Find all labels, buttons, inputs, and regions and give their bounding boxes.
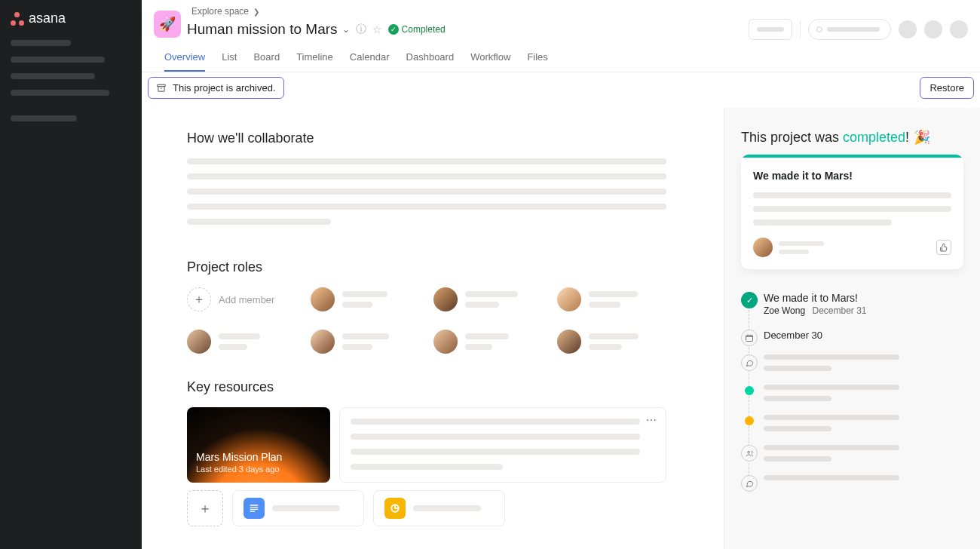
timeline-item-title: We made it to Mars! <box>764 292 963 304</box>
timeline-item[interactable] <box>764 475 963 480</box>
like-button[interactable] <box>936 240 951 255</box>
doc-icon <box>243 498 265 519</box>
timeline-item[interactable] <box>764 445 963 462</box>
status-label: Completed <box>402 24 446 35</box>
status-dot-icon <box>745 416 754 425</box>
search-pill[interactable] <box>808 19 891 40</box>
archive-message: This project is archived. <box>148 77 284 99</box>
more-icon[interactable]: ⋯ <box>646 414 658 426</box>
people-icon <box>741 445 758 462</box>
member-avatar[interactable] <box>950 20 968 38</box>
avatar <box>311 330 335 354</box>
project-role[interactable] <box>311 330 421 354</box>
archive-banner: This project is archived. Restore <box>142 72 980 108</box>
author-avatar[interactable] <box>753 238 773 257</box>
party-popper-icon: 🎉 <box>914 129 930 146</box>
add-member[interactable]: ＋ Add member <box>187 287 297 311</box>
collaborate-body[interactable] <box>187 158 666 225</box>
sidebar-item[interactable] <box>11 73 95 79</box>
project-icon[interactable]: 🚀 <box>154 11 181 38</box>
status-dot-icon <box>745 386 754 395</box>
tab-workflow[interactable]: Workflow <box>470 47 510 72</box>
timeline-item[interactable] <box>764 385 963 401</box>
project-header: Explore space ❯ 🚀 Human mission to Mars … <box>142 0 980 72</box>
timeline-item[interactable] <box>764 415 963 431</box>
section-collaborate-title: How we'll collaborate <box>187 130 666 146</box>
status-update-card[interactable]: We made it to Mars! <box>741 155 963 269</box>
project-role[interactable] <box>557 330 667 354</box>
project-brief-title: Mars Mission Plan <box>196 451 321 463</box>
sidebar-item[interactable] <box>11 57 105 63</box>
comment-icon <box>741 475 758 492</box>
project-title[interactable]: Human mission to Mars <box>187 21 338 38</box>
svg-point-3 <box>747 451 749 453</box>
project-role[interactable] <box>433 330 544 354</box>
avatar <box>433 330 458 354</box>
brand[interactable]: asana <box>11 11 131 26</box>
project-tabs: Overview List Board Timeline Calendar Da… <box>164 47 968 72</box>
tab-timeline[interactable]: Timeline <box>296 47 333 72</box>
avatar <box>557 330 581 354</box>
header-actions <box>749 19 968 40</box>
svg-rect-2 <box>746 336 753 342</box>
timeline-item-meta: Zoe Wong December 31 <box>764 305 963 316</box>
add-member-label: Add member <box>219 294 274 305</box>
member-avatar[interactable] <box>924 20 942 38</box>
resource-file-card[interactable] <box>232 490 364 526</box>
svg-rect-0 <box>158 84 166 86</box>
check-circle-icon: ✓ <box>741 292 758 308</box>
asana-logo-icon <box>11 12 24 26</box>
section-resources-title: Key resources <box>187 379 666 395</box>
section-roles-title: Project roles <box>187 259 666 275</box>
avatar <box>557 287 581 311</box>
check-circle-icon: ✓ <box>388 24 399 35</box>
activity-timeline: ✓ We made it to Mars! Zoe Wong December … <box>741 292 963 480</box>
calendar-icon <box>741 330 758 346</box>
timeline-item[interactable]: ✓ We made it to Mars! Zoe Wong December … <box>764 292 963 316</box>
project-role[interactable] <box>187 330 297 354</box>
status-card-title: We made it to Mars! <box>753 170 951 182</box>
star-icon[interactable]: ☆ <box>372 23 382 35</box>
restore-button[interactable]: Restore <box>920 77 974 99</box>
tab-list[interactable]: List <box>222 47 237 72</box>
avatar <box>187 330 211 354</box>
tab-calendar[interactable]: Calendar <box>350 47 390 72</box>
project-brief-card[interactable]: Mars Mission Plan Last edited 3 days ago <box>187 407 330 483</box>
project-role[interactable] <box>433 287 544 311</box>
avatar <box>433 287 458 311</box>
resources: Mars Mission Plan Last edited 3 days ago… <box>187 407 666 483</box>
info-icon[interactable]: ⓘ <box>356 23 366 36</box>
timeline-date-marker: December 30 <box>764 330 963 341</box>
project-role[interactable] <box>311 287 421 311</box>
comment-icon <box>741 354 758 371</box>
status-chip[interactable]: ✓ Completed <box>388 24 446 35</box>
project-role[interactable] <box>557 287 667 311</box>
archive-text: This project is archived. <box>173 82 276 94</box>
member-avatar[interactable] <box>899 20 917 38</box>
sidebar: asana <box>0 0 142 549</box>
timeline-item[interactable] <box>764 354 963 371</box>
tab-dashboard[interactable]: Dashboard <box>406 47 455 72</box>
slides-icon <box>384 498 406 519</box>
breadcrumb-parent[interactable]: Explore space <box>191 6 249 17</box>
tab-files[interactable]: Files <box>527 47 547 72</box>
header-button[interactable] <box>749 19 792 40</box>
sidebar-item[interactable] <box>11 90 109 96</box>
status-panel-title: This project was completed! 🎉 <box>741 129 963 146</box>
avatar <box>311 287 335 311</box>
brand-name: asana <box>29 11 66 26</box>
project-brief-subtitle: Last edited 3 days ago <box>196 465 321 474</box>
chevron-down-icon[interactable]: ⌄ <box>342 24 350 35</box>
sidebar-item[interactable] <box>11 115 77 121</box>
chevron-right-icon: ❯ <box>253 8 259 16</box>
resource-file-card[interactable] <box>373 490 505 526</box>
tab-board[interactable]: Board <box>253 47 280 72</box>
tab-overview[interactable]: Overview <box>164 47 205 72</box>
archive-icon <box>156 83 167 94</box>
add-resource-button[interactable]: ＋ <box>187 490 223 526</box>
resource-description[interactable]: ⋯ <box>339 407 666 483</box>
roles-grid: ＋ Add member <box>187 287 666 354</box>
sidebar-item[interactable] <box>11 40 71 46</box>
plus-icon: ＋ <box>187 287 211 311</box>
breadcrumb[interactable]: Explore space ❯ <box>154 5 968 18</box>
